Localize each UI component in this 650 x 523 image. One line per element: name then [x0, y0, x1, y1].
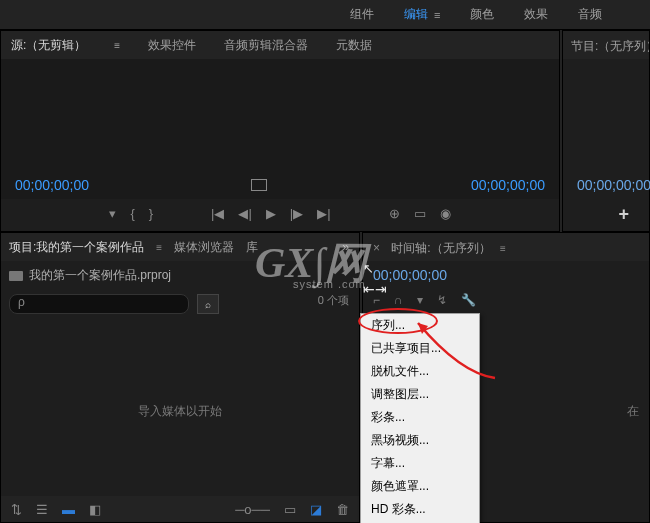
- fit-icon[interactable]: [251, 179, 267, 191]
- menu-hd-bars[interactable]: HD 彩条...: [361, 498, 479, 521]
- freeform-view-icon[interactable]: ◧: [89, 502, 101, 517]
- panel-menu-icon[interactable]: ≡: [500, 243, 506, 254]
- source-transport: ▾ { } |◀ ◀| ▶ |▶ ▶| ⊕ ▭ ◉: [1, 201, 559, 225]
- item-count: 0 个项: [318, 293, 349, 308]
- in-point-icon[interactable]: {: [130, 206, 134, 221]
- menu-offline-file[interactable]: 脱机文件...: [361, 360, 479, 383]
- ws-audio[interactable]: 音频: [578, 6, 602, 23]
- tab-audio-mixer[interactable]: 音频剪辑混合器: [224, 37, 308, 54]
- project-search-row: ρ ⌕: [1, 290, 359, 318]
- tab-source[interactable]: 源:（无剪辑）: [11, 37, 86, 54]
- menu-shared-project[interactable]: 已共享项目...: [361, 337, 479, 360]
- source-panel: 源:（无剪辑） ≡ 效果控件 音频剪辑混合器 元数据 00;00;00;00 0…: [0, 30, 560, 232]
- workspace-nav: 组件 编辑 ≡ 颜色 效果 音频: [0, 0, 650, 30]
- button-editor-icon[interactable]: +: [618, 204, 629, 225]
- ws-editing-menu-icon[interactable]: ≡: [434, 9, 440, 21]
- marker-icon[interactable]: ▾: [109, 206, 116, 221]
- tab-program[interactable]: 节目:（无序列）: [563, 31, 649, 59]
- menu-color-matte[interactable]: 颜色遮罩...: [361, 475, 479, 498]
- timeline-timecode[interactable]: 00;00;00;00: [363, 261, 649, 289]
- timeline-icons: ⌐ ∩ ▾ ↯ 🔧: [363, 289, 649, 311]
- insert-cursor-icon: ⇤⇥: [363, 281, 387, 297]
- selection-tool-cursor-icon: ↖: [363, 261, 374, 276]
- timeline-title: 时间轴:（无序列）: [391, 241, 490, 255]
- panel-menu-icon[interactable]: ≡: [114, 40, 120, 51]
- source-timecode-right: 00;00;00;00: [471, 177, 545, 193]
- menu-sequence[interactable]: 序列...: [361, 314, 479, 337]
- overwrite-icon[interactable]: ▭: [414, 206, 426, 221]
- go-to-in-icon[interactable]: |◀: [211, 206, 224, 221]
- play-icon[interactable]: ▶: [266, 206, 276, 221]
- tab-effect-controls[interactable]: 效果控件: [148, 37, 196, 54]
- project-footer: ⇅ ☰ ▬ ◧ ─o── ▭ ◪ 🗑: [1, 496, 359, 522]
- settings-icon[interactable]: ↯: [437, 293, 447, 307]
- step-back-icon[interactable]: ◀|: [238, 206, 251, 221]
- tab-timeline[interactable]: × 时间轴:（无序列） ≡: [363, 233, 649, 261]
- panel-menu-icon[interactable]: ≡: [156, 242, 162, 253]
- tab-project[interactable]: 项目:我的第一个案例作品: [9, 239, 144, 256]
- menu-captions[interactable]: 字幕...: [361, 452, 479, 475]
- go-to-out-icon[interactable]: ▶|: [317, 206, 330, 221]
- clear-icon[interactable]: 🗑: [336, 502, 349, 517]
- insert-icon[interactable]: ⊕: [389, 206, 400, 221]
- project-filename: 我的第一个案例作品.prproj: [29, 267, 171, 284]
- new-item-context-menu: 序列... 已共享项目... 脱机文件... 调整图层... 彩条... 黑场视…: [360, 313, 480, 523]
- ws-color[interactable]: 颜色: [470, 6, 494, 23]
- out-point-icon[interactable]: }: [149, 206, 153, 221]
- source-timecode-left[interactable]: 00;00;00;00: [15, 177, 89, 193]
- new-item-icon[interactable]: ◪: [310, 502, 322, 517]
- ws-effects[interactable]: 效果: [524, 6, 548, 23]
- source-tabs: 源:（无剪辑） ≡ 效果控件 音频剪辑混合器 元数据: [1, 31, 559, 59]
- import-hint[interactable]: 导入媒体以开始: [138, 403, 222, 420]
- marker-tl-icon[interactable]: ▾: [417, 293, 423, 307]
- project-tabs: 项目:我的第一个案例作品 ≡ 媒体浏览器 库 »: [1, 233, 359, 261]
- tab-metadata[interactable]: 元数据: [336, 37, 372, 54]
- list-view-icon[interactable]: ☰: [36, 502, 48, 517]
- ws-editing[interactable]: 编辑: [404, 6, 428, 23]
- ws-assembly[interactable]: 组件: [350, 6, 374, 23]
- export-frame-icon[interactable]: ◉: [440, 206, 451, 221]
- overflow-icon[interactable]: »: [342, 240, 349, 254]
- program-panel: 节目:（无序列） 00;00;00;00 +: [562, 30, 650, 232]
- menu-black-video[interactable]: 黑场视频...: [361, 429, 479, 452]
- project-file-row: 我的第一个案例作品.prproj: [1, 261, 359, 290]
- menu-bars-tone[interactable]: 彩条...: [361, 406, 479, 429]
- tab-media-browser[interactable]: 媒体浏览器: [174, 239, 234, 256]
- tab-libraries[interactable]: 库: [246, 239, 258, 256]
- bin-icon: [9, 271, 23, 281]
- step-forward-icon[interactable]: |▶: [290, 206, 303, 221]
- wrench-icon[interactable]: 🔧: [461, 293, 476, 307]
- menu-adjustment-layer[interactable]: 调整图层...: [361, 383, 479, 406]
- close-icon[interactable]: ×: [373, 241, 380, 255]
- project-panel: 项目:我的第一个案例作品 ≡ 媒体浏览器 库 » 我的第一个案例作品.prpro…: [0, 232, 360, 523]
- sort-icon[interactable]: ⇅: [11, 502, 22, 517]
- icon-view-icon[interactable]: ▬: [62, 502, 75, 517]
- program-timecode[interactable]: 00;00;00;00: [577, 177, 650, 193]
- link-icon[interactable]: ∩: [394, 293, 403, 307]
- new-bin-icon[interactable]: ▭: [284, 502, 296, 517]
- timeline-hint: 在: [627, 403, 639, 420]
- search-input[interactable]: ρ: [9, 294, 189, 314]
- zoom-slider[interactable]: ─o──: [235, 502, 270, 517]
- search-bin-icon[interactable]: ⌕: [197, 294, 219, 314]
